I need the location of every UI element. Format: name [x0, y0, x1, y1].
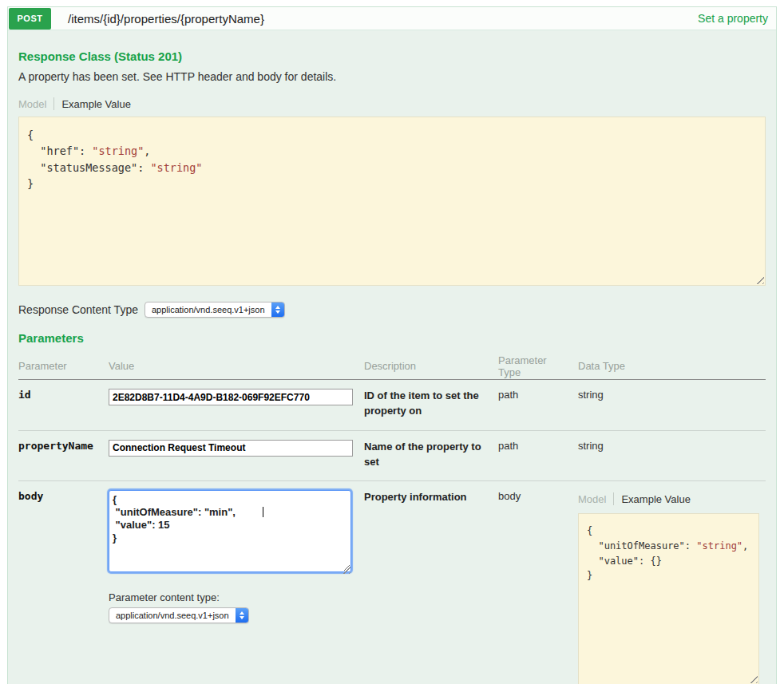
body-example-code: { "unitOfMeasure": "string", "value": {}… — [587, 524, 750, 583]
parameter-content-type-label: Parameter content type: — [109, 591, 364, 603]
response-class-title: Response Class (Status 201) — [18, 49, 766, 63]
param-description: ID of the item to set the property on — [364, 389, 498, 419]
tab-model[interactable]: Model — [18, 98, 46, 110]
select-value: application/vnd.seeq.v1+json — [116, 611, 236, 620]
param-data-type: string — [578, 440, 766, 470]
table-row-id: id ID of the item to set the property on… — [18, 380, 766, 431]
propertyName-value-input[interactable] — [109, 440, 353, 457]
param-description: Name of the property to set — [364, 440, 498, 470]
response-example-code: { "href": "string", "statusMessage": "st… — [27, 127, 757, 192]
tab-divider — [53, 97, 54, 110]
operation-heading: POST /items/{id}/properties/{propertyNam… — [8, 7, 776, 30]
operation-panel: POST /items/{id}/properties/{propertyNam… — [7, 6, 777, 684]
resize-gripper-icon[interactable] — [749, 674, 758, 683]
operation-content: Response Class (Status 201) A property h… — [8, 49, 776, 684]
parameters-title: Parameters — [18, 331, 766, 345]
response-content-type-select[interactable]: application/vnd.seeq.v1+json — [145, 302, 285, 318]
body-data-type-tabs: Model Example Value — [578, 492, 766, 506]
column-header-description: Description — [364, 360, 498, 372]
parameter-content-type-select[interactable]: application/vnd.seeq.v1+json — [109, 607, 249, 623]
tab-example-value[interactable]: Example Value — [61, 98, 130, 110]
text-caret — [263, 507, 263, 517]
response-content-type-row: Response Content Type application/vnd.se… — [18, 302, 766, 318]
response-example-box: { "href": "string", "statusMessage": "st… — [18, 117, 766, 286]
id-value-input[interactable] — [109, 389, 353, 405]
body-example-box: { "unitOfMeasure": "string", "value": {}… — [578, 513, 759, 684]
table-row-propertyName: propertyName Name of the property to set… — [18, 431, 766, 482]
response-content-type-label: Response Content Type — [18, 303, 138, 316]
tab-model[interactable]: Model — [578, 493, 606, 505]
param-description: Property information — [364, 490, 498, 684]
param-type: body — [498, 490, 578, 684]
resize-gripper-icon[interactable] — [755, 275, 764, 284]
param-name: propertyName — [18, 440, 109, 470]
table-row-body: body { "unitOfMeasure": "min", "value": … — [18, 481, 766, 684]
select-stepper-icon — [271, 302, 284, 317]
column-header-data-type: Data Type — [578, 360, 766, 372]
column-header-parameter-type: Parameter Type — [498, 354, 570, 378]
param-name: id — [18, 389, 109, 419]
body-value-textarea[interactable]: { "unitOfMeasure": "min", "value": 15 } — [109, 490, 351, 572]
response-class-tabs: Model Example Value — [18, 97, 766, 111]
body-textarea-wrap: { "unitOfMeasure": "min", "value": 15 } — [109, 490, 351, 575]
tab-divider — [613, 492, 614, 505]
operation-summary-link[interactable]: Set a property — [698, 12, 768, 25]
post-method-badge[interactable]: POST — [9, 8, 51, 30]
param-type: path — [498, 440, 578, 470]
endpoint-path[interactable]: /items/{id}/properties/{propertyName} — [68, 12, 264, 26]
response-class-description: A property has been set. See HTTP header… — [18, 70, 766, 83]
column-header-parameter: Parameter — [18, 360, 109, 372]
param-type: path — [498, 389, 578, 419]
parameters-table-header: Parameter Value Description Parameter Ty… — [18, 353, 766, 380]
select-stepper-icon — [236, 608, 248, 623]
param-data-type: string — [578, 389, 766, 419]
tab-example-value[interactable]: Example Value — [621, 493, 690, 505]
select-value: application/vnd.seeq.v1+json — [152, 305, 271, 314]
param-name: body — [18, 490, 109, 684]
column-header-value: Value — [109, 360, 364, 372]
parameters-table: Parameter Value Description Parameter Ty… — [18, 353, 766, 684]
